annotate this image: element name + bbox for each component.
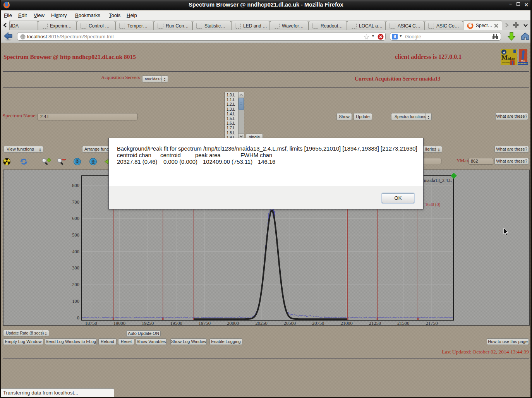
svg-text:20750: 20750 [312,321,324,326]
svg-text:19750: 19750 [199,321,211,326]
svg-text:500: 500 [72,232,79,238]
svg-text:21000: 21000 [340,321,352,326]
svg-text:600: 600 [72,216,79,221]
svg-text:19000: 19000 [113,321,125,326]
svg-text:800: 800 [72,183,79,188]
svg-text:0: 0 [77,315,79,321]
svg-text:400: 400 [72,249,79,254]
svg-text:100: 100 [72,298,79,304]
svg-text:20250: 20250 [255,321,267,326]
svg-text:200: 200 [72,282,79,287]
svg-text:21750: 21750 [426,321,438,326]
svg-text:21500: 21500 [397,321,409,326]
svg-text:300: 300 [72,265,79,271]
svg-text:19500: 19500 [170,321,182,326]
svg-text:21250: 21250 [369,321,381,326]
svg-text:1630 (0): 1630 (0) [425,202,440,207]
svg-text:19250: 19250 [142,321,154,326]
svg-text:20000: 20000 [227,321,239,326]
svg-text:18750: 18750 [85,321,97,326]
svg-text:20500: 20500 [284,321,296,326]
svg-text:nnaida13_2.4.L: nnaida13_2.4.L [423,178,452,183]
svg-text:700: 700 [72,199,79,205]
